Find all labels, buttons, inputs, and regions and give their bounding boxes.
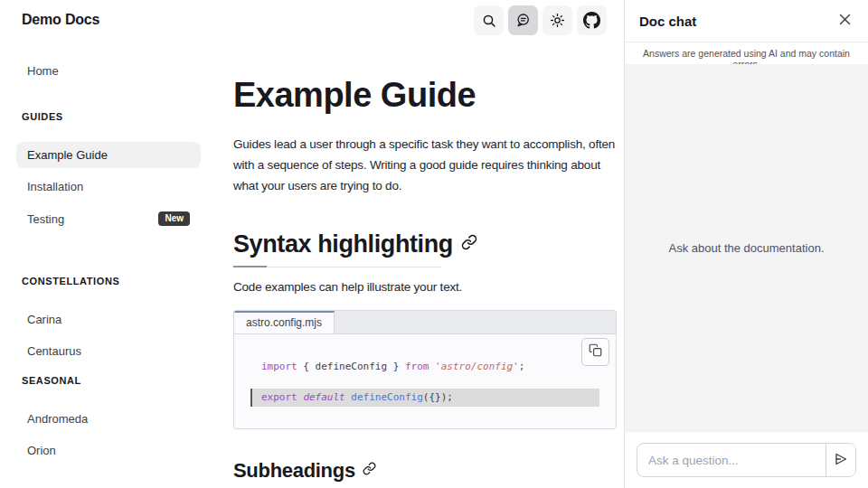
sidebar-group-seasonal: SEASONALAndromedaOrion <box>16 375 201 464</box>
sidebar-item-label: Testing <box>27 212 64 226</box>
sidebar-groups: GUIDESExample GuideInstallationTestingNe… <box>16 111 201 464</box>
heading-divider <box>233 266 441 267</box>
sidebar-item-carina[interactable]: Carina <box>16 306 201 333</box>
code-lines: import { defineConfig } from 'astro/conf… <box>234 358 616 407</box>
chat-composer <box>625 432 868 488</box>
doc-chat-panel: Doc chat Answers are generated using AI … <box>624 0 868 488</box>
sidebar-item-orion[interactable]: Orion <box>16 437 201 464</box>
code-token: default <box>303 391 344 403</box>
sidebar-item-example-guide[interactable]: Example Guide <box>16 142 201 168</box>
new-badge: New <box>158 211 190 226</box>
chat-close-button[interactable] <box>836 11 854 31</box>
sidebar-item-label: Centaurus <box>27 344 81 358</box>
chat-question-input[interactable] <box>637 444 826 476</box>
page-title: Example Guide <box>233 76 617 116</box>
sidebar-item-andromeda[interactable]: Andromeda <box>16 406 201 432</box>
copy-code-button[interactable] <box>581 338 609 366</box>
code-token: from <box>405 361 429 372</box>
link-icon <box>363 462 376 479</box>
github-button[interactable] <box>577 5 607 35</box>
syntax-paragraph: Code examples can help illustrate your t… <box>233 280 617 294</box>
link-icon <box>461 234 477 254</box>
send-icon <box>834 452 848 469</box>
chat-send-button[interactable] <box>826 444 855 476</box>
github-icon <box>583 12 600 29</box>
sidebar-item-label: Orion <box>27 444 56 457</box>
main-content: Example Guide Guides lead a user through… <box>233 40 617 483</box>
code-block: astro.config.mjs import { defineConfig }… <box>233 310 617 429</box>
header-actions <box>474 5 607 35</box>
code-token: { defineConfig } <box>297 361 405 372</box>
code-line-highlighted: export default defineConfig({}); <box>250 389 599 407</box>
sidebar-item-home[interactable]: Home <box>16 58 201 84</box>
code-tab-bar: astro.config.mjs <box>234 311 616 334</box>
sidebar-group-guides: GUIDESExample GuideInstallationTestingNe… <box>16 111 201 232</box>
code-token: export <box>261 391 297 403</box>
close-icon <box>838 13 852 29</box>
sidebar-group-label: SEASONAL <box>16 375 201 386</box>
intro-paragraph: Guides lead a user through a specific ta… <box>233 134 617 196</box>
chat-messages-area: Ask about the documentation. <box>625 64 868 432</box>
sun-icon <box>550 13 565 28</box>
sidebar-item-label: Andromeda <box>27 412 88 426</box>
code-token: import <box>261 361 297 372</box>
sidebar-item-label: Home <box>27 64 59 78</box>
chat-title: Doc chat <box>639 14 696 29</box>
sidebar-item-label: Installation <box>27 180 83 193</box>
code-tab-astro-config[interactable]: astro.config.mjs <box>234 311 335 333</box>
sidebar-group-label: CONSTELLATIONS <box>16 276 201 286</box>
search-button[interactable] <box>474 5 504 35</box>
sidebar-group-constellations: CONSTELLATIONSCarinaCentaurus <box>16 276 201 364</box>
search-icon <box>482 14 496 28</box>
sidebar-item-label: Carina <box>27 313 61 326</box>
sidebar-group-items: AndromedaOrion <box>16 406 201 464</box>
sidebar-item-testing[interactable]: TestingNew <box>16 205 201 232</box>
sidebar-group-items: CarinaCentaurus <box>16 306 201 364</box>
heading-anchor-link[interactable] <box>363 462 376 479</box>
copy-icon <box>589 343 602 360</box>
section-heading-subheadings: Subheadings <box>233 459 617 483</box>
section-heading-syntax-highlighting: Syntax highlighting <box>233 230 617 258</box>
sidebar-group-items: Example GuideInstallationTestingNew <box>16 142 201 232</box>
theme-toggle-button[interactable] <box>542 5 572 35</box>
sidebar-nav: Home GUIDESExample GuideInstallationTest… <box>0 40 217 464</box>
chat-empty-state: Ask about the documentation. <box>668 241 824 255</box>
heading-anchor-link[interactable] <box>461 234 477 254</box>
section-heading-text: Syntax highlighting <box>233 230 453 258</box>
sidebar-item-installation[interactable]: Installation <box>16 174 201 200</box>
chat-icon <box>515 13 531 28</box>
sidebar-item-centaurus[interactable]: Centaurus <box>16 338 201 364</box>
code-token: 'astro/config' <box>435 361 519 372</box>
chat-header: Doc chat <box>625 0 868 42</box>
doc-chat-toggle-button[interactable] <box>508 5 538 35</box>
code-token: ({}); <box>423 391 453 403</box>
chat-input-wrap <box>637 443 856 477</box>
code-token: ; <box>519 361 525 372</box>
code-area: import { defineConfig } from 'astro/conf… <box>234 334 616 428</box>
site-title[interactable]: Demo Docs <box>22 12 99 28</box>
code-line: import { defineConfig } from 'astro/conf… <box>234 358 616 376</box>
sidebar-item-label: Example Guide <box>27 148 108 162</box>
code-token: defineConfig <box>351 391 422 403</box>
sidebar-group-label: GUIDES <box>16 111 201 122</box>
section-heading-text: Subheadings <box>233 459 355 483</box>
